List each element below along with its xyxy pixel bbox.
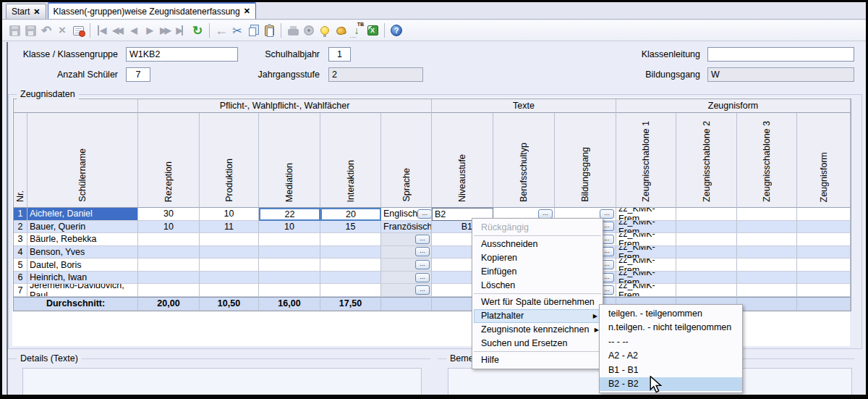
grade-cell-produktion[interactable]: 10 [200,208,259,221]
context-menu-item-löschen[interactable]: Löschen [472,278,603,292]
edit-form-icon[interactable] [70,22,86,38]
grade-cell-rezeption[interactable]: 10 [138,221,200,234]
grade-cell-interaktion[interactable] [320,246,381,259]
student-name-cell[interactable]: Dautel, Boris [27,259,138,272]
zeugnisschablone3-cell[interactable] [737,259,797,272]
row-number-cell[interactable]: 4 [14,246,27,259]
zeugnisform-cell[interactable] [797,208,851,221]
schulhalbjahr-input[interactable]: 1 [328,47,351,62]
zeugnisschablone1-cell[interactable]: zz_KMK-Frem... [616,272,676,285]
zeugnisschablone3-cell[interactable] [737,284,797,297]
submenu-item--[interactable]: -- - -- [600,335,742,349]
sprache-picker-button[interactable]: ... [415,273,430,282]
fast-rewind-icon[interactable]: ◀◀ [110,22,126,38]
tab-close-icon[interactable]: ✕ [244,7,250,15]
grade-cell-rezeption[interactable] [138,272,200,285]
submenu-item-b2-b2[interactable]: B2 - B2 [600,377,742,392]
grade-cell-produktion[interactable]: 11 [200,221,259,234]
zeugnisschablone1-cell[interactable]: zz_KMK-Frem... [616,246,676,259]
sprache-cell[interactable]: ... [381,284,432,297]
submenu-item-a2-a2[interactable]: A2 - A2 [600,349,742,364]
zeugnisschablone1-cell[interactable]: zz_KMK-Frem... [616,259,676,272]
details-textbox[interactable] [22,368,422,398]
tab-zeugnisdatenerfassung[interactable]: Klassen(-gruppen)weise Zeugnisdatenerfas… [48,2,256,19]
hint-icon[interactable] [317,22,333,38]
zeugnisschablone3-cell[interactable] [737,272,797,285]
student-name-cell[interactable]: Benson, Yves [27,246,138,259]
zeugnisschablone2-cell[interactable] [676,208,737,221]
grade-cell-mediation[interactable]: 10 [259,221,320,234]
excel-export-icon[interactable]: X [365,22,380,38]
zeugnisschablone3-cell[interactable] [737,246,797,259]
cut-icon[interactable]: ✂ [229,22,245,38]
notification-icon[interactable] [333,22,349,38]
next-record-icon[interactable]: ▶ [142,22,158,38]
grade-cell-interaktion[interactable]: 15 [320,221,381,234]
submenu-item-teilgen-teilgenommen[interactable]: teilgen. - teilgenommen [600,306,742,321]
grade-cell-interaktion[interactable] [320,259,381,272]
grade-cell-interaktion[interactable] [320,272,381,285]
tab-start[interactable]: Start✕ [6,4,46,19]
grade-cell-rezeption[interactable] [138,259,200,272]
grade-cell-produktion[interactable] [200,233,259,246]
grade-cell-produktion[interactable] [200,259,259,272]
back-arrow-icon[interactable]: ← [213,22,229,38]
grade-cell-mediation[interactable] [259,272,320,285]
zeugnisschablone1-cell[interactable]: zz_KMK-Frem... [616,233,676,246]
sprache-cell[interactable]: ... [381,246,432,259]
last-record-icon[interactable]: ▶ [174,22,190,38]
refresh-icon[interactable]: ↻ [190,22,205,38]
zeugnisschablone2-cell[interactable] [676,272,737,285]
submenu-item-n-teilgen-nicht-teilgenommen[interactable]: n.teilgen. - nicht teilgenommen [600,321,742,335]
student-name-cell[interactable]: Aicheler, Daniel [27,208,138,221]
sprache-cell[interactable]: Englisch... [381,208,432,221]
student-name-cell[interactable]: Bäurle, Rebekka [27,233,138,246]
context-menu-item-einfügen[interactable]: Einfügen [472,264,603,278]
grade-cell-produktion[interactable] [200,284,259,297]
zeugnisschablone2-cell[interactable] [676,246,737,259]
zeugnisform-cell[interactable] [797,272,851,285]
context-menu-item-kopieren[interactable]: Kopieren [472,251,603,264]
grade-cell-rezeption[interactable] [138,246,200,259]
grade-cell-mediation[interactable] [259,259,320,272]
first-record-icon[interactable]: ◀ [94,22,110,38]
bildungsgang-picker-button[interactable]: ... [600,209,614,219]
grade-cell-rezeption[interactable] [138,284,200,297]
context-menu-item-wert-für-spalte-übernehmen[interactable]: Wert für Spalte übernehmen [472,295,603,308]
row-number-cell[interactable]: 1 [14,208,27,221]
berufsschultyp-picker-button[interactable]: ... [538,209,553,219]
grade-cell-interaktion[interactable]: 20 [320,208,381,221]
sprache-cell[interactable]: Französisch... [381,221,432,234]
sprache-cell[interactable]: ... [381,272,432,285]
student-name-cell[interactable]: Bauer, Querin [27,221,138,234]
sprache-picker-button[interactable]: ... [415,285,430,295]
grade-cell-mediation[interactable] [259,233,320,246]
student-name-cell[interactable]: Jeremenko-Davidovich, Paul [27,284,138,297]
zeugnisschablone1-cell[interactable]: zz_KMK-Frem... [616,221,676,234]
zeugnisschablone2-cell[interactable] [676,233,737,246]
sprache-picker-button[interactable]: ... [415,247,430,256]
anzahl-schueler-input[interactable]: 7 [126,67,150,82]
zeugnisform-cell[interactable] [797,221,851,234]
zeugnisschablone3-cell[interactable] [737,208,797,221]
zeugnisschablone3-cell[interactable] [737,221,797,234]
undo-icon[interactable]: ↶ [38,22,54,38]
zeugnisform-cell[interactable] [797,284,851,297]
delete-icon[interactable]: × [54,22,70,38]
grade-cell-mediation[interactable] [259,284,320,297]
disc-icon[interactable] [301,22,317,38]
context-menu-item-ausschneiden[interactable]: Ausschneiden [472,237,603,251]
grade-cell-produktion[interactable] [200,246,259,259]
context-menu-item-suchen-und-ersetzen[interactable]: Suchen und Ersetzen [472,337,603,350]
sprache-picker-button[interactable]: ... [415,235,430,244]
copy-icon[interactable] [245,22,261,38]
row-number-cell[interactable]: 6 [14,272,27,285]
grade-cell-rezeption[interactable] [138,233,200,246]
zeugnisschablone3-cell[interactable] [737,233,797,246]
grade-cell-mediation[interactable] [259,246,320,259]
save-icon[interactable] [7,22,22,38]
grade-cell-interaktion[interactable] [320,284,381,297]
grade-cell-mediation[interactable]: 22 [259,208,320,221]
student-name-cell[interactable]: Heinrich, Iwan [27,272,138,285]
help-icon[interactable]: ? [388,22,404,38]
